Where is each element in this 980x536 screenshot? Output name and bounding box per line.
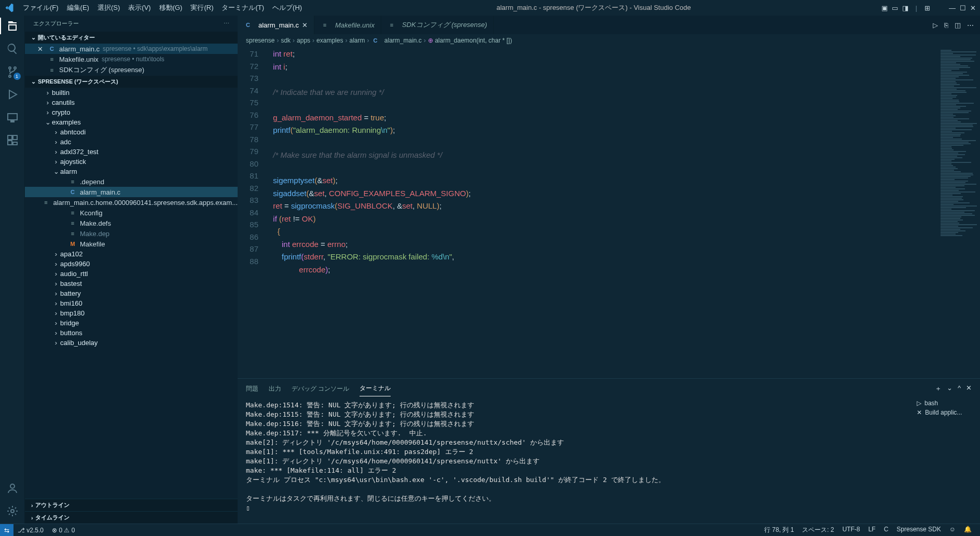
folder-item[interactable]: ›bmi160 bbox=[25, 298, 238, 308]
folder-item[interactable]: ›builtin bbox=[25, 88, 238, 98]
workspace-header[interactable]: ⌄SPRESENSE (ワークスペース) bbox=[25, 76, 238, 88]
folder-item[interactable]: ›bastest bbox=[25, 279, 238, 288]
folder-item[interactable]: ›bridge bbox=[25, 318, 238, 328]
open-editors-header[interactable]: ⌄開いているエディター bbox=[25, 32, 238, 44]
folder-item[interactable]: ›apds9960 bbox=[25, 259, 238, 269]
layout-icon[interactable]: ◨ bbox=[902, 4, 908, 12]
open-editor-item[interactable]: ✕≡Makefile.unixspresense • nuttx\tools bbox=[25, 54, 238, 64]
more-icon[interactable]: ⋯ bbox=[224, 20, 229, 27]
file-item[interactable]: MMakefile bbox=[25, 239, 238, 249]
file-item[interactable]: ≡Make.dep bbox=[25, 228, 238, 239]
minimap[interactable] bbox=[938, 47, 980, 378]
more-icon[interactable]: ⋯ bbox=[967, 21, 974, 29]
editor-tab[interactable]: Calarm_main.c✕ bbox=[238, 16, 314, 34]
file-item[interactable]: ≡Make.defs bbox=[25, 218, 238, 228]
minimize-icon[interactable]: — bbox=[949, 4, 956, 12]
file-item[interactable]: Calarm_main.c bbox=[25, 187, 238, 197]
panel-tab[interactable]: ターミナル bbox=[360, 381, 391, 396]
line-number: 75 bbox=[238, 97, 258, 109]
file-item[interactable]: ≡alarm_main.c.home.0000960141.spresense.… bbox=[25, 197, 238, 208]
folder-item[interactable]: ›ajoystick bbox=[25, 157, 238, 167]
scm-icon[interactable]: 1 bbox=[6, 65, 19, 78]
menu-item[interactable]: 表示(V) bbox=[124, 1, 155, 15]
folder-item[interactable]: ⌄examples bbox=[25, 117, 238, 127]
folder-item[interactable]: ⌄alarm bbox=[25, 167, 238, 176]
folder-item[interactable]: ›apa102 bbox=[25, 249, 238, 259]
menu-item[interactable]: 選択(S) bbox=[93, 1, 124, 15]
terminal-item[interactable]: ▷bash bbox=[917, 398, 976, 408]
menu-item[interactable]: 移動(G) bbox=[155, 1, 187, 15]
breadcrumb-item[interactable]: examples bbox=[316, 37, 343, 44]
folder-item[interactable]: ›buttons bbox=[25, 328, 238, 338]
terminal-item[interactable]: ✕Build applic... bbox=[917, 408, 976, 417]
close-icon[interactable]: ✕ bbox=[970, 4, 976, 12]
account-icon[interactable] bbox=[6, 482, 19, 494]
terminal-output[interactable]: Make.dep:1514: 警告: NUL 文字があります; 行の残りは無視さ… bbox=[238, 396, 913, 524]
folder-item[interactable]: ›adc bbox=[25, 137, 238, 147]
breadcrumb-item[interactable]: ⊕ alarm_daemon(int, char * []) bbox=[428, 37, 512, 44]
panel-tab[interactable]: デバッグ コンソール bbox=[292, 381, 349, 396]
explorer-icon[interactable] bbox=[6, 20, 19, 32]
editor-tab[interactable]: ≡SDKコンフィグ (spresense) bbox=[381, 16, 494, 34]
breadcrumb[interactable]: spresense›sdk›apps›examples›alarm›C alar… bbox=[238, 34, 980, 47]
menu-item[interactable]: ファイル(F) bbox=[19, 1, 63, 15]
debug-icon[interactable] bbox=[6, 88, 19, 101]
folder-item[interactable]: ›bmp180 bbox=[25, 308, 238, 318]
eol[interactable]: LF bbox=[864, 526, 880, 534]
folder-item[interactable]: ›adxl372_test bbox=[25, 147, 238, 157]
breadcrumb-item[interactable]: spresense bbox=[246, 37, 274, 44]
menu-item[interactable]: 実行(R) bbox=[186, 1, 217, 15]
folder-item[interactable]: ›canutils bbox=[25, 98, 238, 107]
close-panel-icon[interactable]: ✕ bbox=[966, 384, 972, 393]
encoding[interactable]: UTF-8 bbox=[838, 526, 864, 534]
folder-item[interactable]: ›battery bbox=[25, 288, 238, 298]
code-editor[interactable]: int ret; int i; /* Indicate that we are … bbox=[269, 47, 938, 378]
remote-button[interactable]: ⇆ bbox=[0, 524, 13, 536]
notifications-icon[interactable]: 🔔 bbox=[960, 526, 976, 534]
layout-icon[interactable]: ⊞ bbox=[924, 4, 930, 12]
breadcrumb-item[interactable]: C alarm_main.c bbox=[371, 36, 421, 45]
extensions-icon[interactable] bbox=[6, 134, 19, 146]
menu-item[interactable]: ターミナル(T) bbox=[217, 1, 268, 15]
terminal-icon[interactable]: ⎘ bbox=[944, 21, 948, 29]
folder-item[interactable]: ›abntcodi bbox=[25, 127, 238, 137]
problems-count[interactable]: ⊗ 0 ⚠ 0 bbox=[48, 527, 79, 534]
window-title: alarm_main.c - spresense (ワークスペース) - Vis… bbox=[306, 3, 881, 12]
search-icon[interactable] bbox=[6, 43, 19, 55]
menu-item[interactable]: 編集(E) bbox=[63, 1, 93, 15]
folder-item[interactable]: ›audio_rttl bbox=[25, 269, 238, 279]
git-branch[interactable]: ⎇ v2.5.0 bbox=[13, 527, 48, 534]
sdk-status[interactable]: Spresense SDK bbox=[892, 526, 945, 534]
open-editor-item[interactable]: ✕Calarm_main.cspresense • sdk\apps\examp… bbox=[25, 44, 238, 54]
run-icon[interactable]: ▷ bbox=[933, 21, 938, 29]
close-icon[interactable]: ✕ bbox=[302, 21, 308, 29]
maximize-panel-icon[interactable]: ^ bbox=[958, 384, 961, 393]
outline-header[interactable]: ›アウトライン bbox=[25, 499, 238, 511]
indentation[interactable]: スペース: 2 bbox=[798, 526, 838, 534]
breadcrumb-item[interactable]: apps bbox=[297, 37, 310, 44]
open-editor-item[interactable]: ✕≡SDKコンフィグ (spresense) bbox=[25, 64, 238, 76]
feedback-icon[interactable]: ☺ bbox=[945, 526, 960, 534]
close-icon[interactable]: ✕ bbox=[37, 45, 46, 53]
breadcrumb-item[interactable]: alarm bbox=[349, 37, 365, 44]
maximize-icon[interactable]: ☐ bbox=[960, 4, 966, 12]
folder-item[interactable]: ›crypto bbox=[25, 107, 238, 117]
layout-icon[interactable]: ▣ bbox=[881, 4, 888, 12]
dropdown-icon[interactable]: ⌄ bbox=[947, 384, 953, 393]
file-item[interactable]: ≡.depend bbox=[25, 176, 238, 187]
new-terminal-icon[interactable]: ＋ bbox=[935, 384, 942, 393]
menu-item[interactable]: ヘルプ(H) bbox=[268, 1, 306, 15]
settings-icon[interactable] bbox=[6, 505, 19, 517]
layout-icon[interactable]: ▭ bbox=[892, 4, 898, 12]
panel-tab[interactable]: 問題 bbox=[246, 381, 258, 396]
remote-icon[interactable] bbox=[6, 111, 19, 123]
language-mode[interactable]: C bbox=[880, 526, 893, 534]
split-icon[interactable]: ◫ bbox=[955, 21, 961, 29]
breadcrumb-item[interactable]: sdk bbox=[281, 37, 291, 44]
editor-tab[interactable]: ≡Makefile.unix bbox=[314, 16, 381, 34]
timeline-header[interactable]: ›タイムライン bbox=[25, 511, 238, 524]
panel-tab[interactable]: 出力 bbox=[269, 381, 281, 396]
file-item[interactable]: ≡Kconfig bbox=[25, 208, 238, 218]
folder-item[interactable]: ›calib_udelay bbox=[25, 338, 238, 348]
cursor-position[interactable]: 行 78, 列 1 bbox=[760, 526, 798, 534]
